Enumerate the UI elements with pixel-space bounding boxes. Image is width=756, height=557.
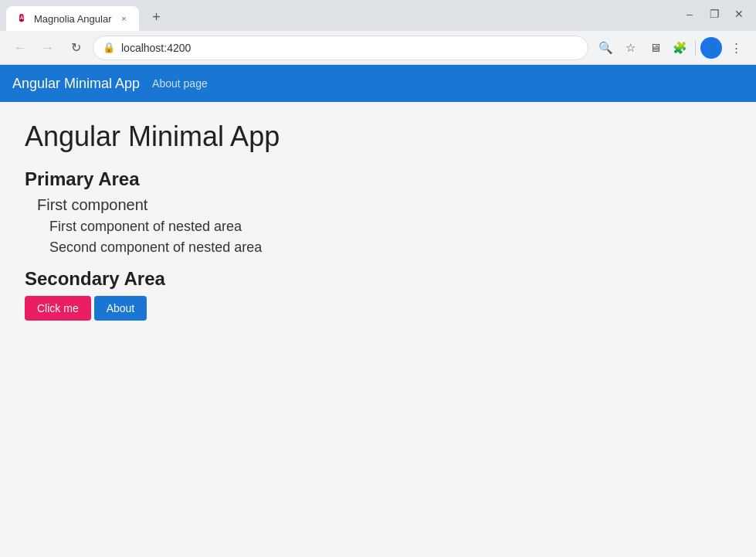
primary-area-title: Primary Area (25, 168, 731, 190)
address-url: localhost:4200 (121, 42, 578, 54)
tab-title: Magnolia Angular (34, 13, 111, 25)
page-title: Angular Minimal App (25, 121, 731, 153)
browser-window: Magnolia Angular × + – ❐ ✕ ← → ↻ 🔒 local… (0, 0, 756, 557)
secondary-area: Secondary Area Click me About (25, 268, 731, 321)
first-component-label: First component (37, 196, 731, 214)
app-navbar: Angular Minimal App About page (0, 65, 756, 102)
navbar-about-link[interactable]: About page (152, 77, 208, 90)
nested-first-label: First component of nested area (49, 219, 731, 235)
title-bar: Magnolia Angular × + – ❐ ✕ (0, 0, 756, 31)
close-window-button[interactable]: ✕ (728, 3, 750, 25)
tab-area: Magnolia Angular × + (6, 0, 167, 31)
page-content: Angular Minimal App About page Angular M… (0, 65, 756, 557)
button-row: Click me About (25, 296, 731, 321)
extension-icon[interactable]: 🧩 (669, 37, 690, 59)
forward-button[interactable]: → (37, 37, 59, 59)
click-me-button[interactable]: Click me (25, 296, 91, 321)
profile-icon[interactable]: 👤 (700, 37, 722, 59)
tab-favicon (15, 12, 28, 25)
active-tab[interactable]: Magnolia Angular × (6, 6, 139, 31)
new-tab-button[interactable]: + (145, 6, 167, 28)
minimize-button[interactable]: – (679, 3, 700, 25)
menu-icon[interactable]: ⋮ (725, 37, 747, 59)
separator (695, 40, 696, 56)
main-content: Angular Minimal App Primary Area First c… (0, 102, 756, 339)
secondary-area-title: Secondary Area (25, 268, 731, 290)
cast-icon[interactable]: 🖥 (644, 37, 666, 59)
address-input-wrapper[interactable]: 🔒 localhost:4200 (93, 36, 588, 60)
bookmark-icon[interactable]: ☆ (619, 37, 641, 59)
reload-button[interactable]: ↻ (65, 37, 86, 59)
lock-icon: 🔒 (103, 42, 115, 53)
about-button[interactable]: About (94, 296, 147, 321)
search-icon[interactable]: 🔍 (595, 37, 616, 59)
window-controls: – ❐ ✕ (679, 3, 750, 25)
nested-second-label: Second component of nested area (49, 239, 731, 256)
back-button[interactable]: ← (9, 37, 31, 59)
tab-close-button[interactable]: × (117, 12, 130, 25)
address-right-icons: 🔍 ☆ 🖥 🧩 👤 ⋮ (595, 37, 747, 59)
maximize-button[interactable]: ❐ (703, 3, 725, 25)
address-bar: ← → ↻ 🔒 localhost:4200 🔍 ☆ 🖥 🧩 👤 ⋮ (0, 31, 756, 65)
navbar-app-title: Angular Minimal App (12, 76, 140, 92)
